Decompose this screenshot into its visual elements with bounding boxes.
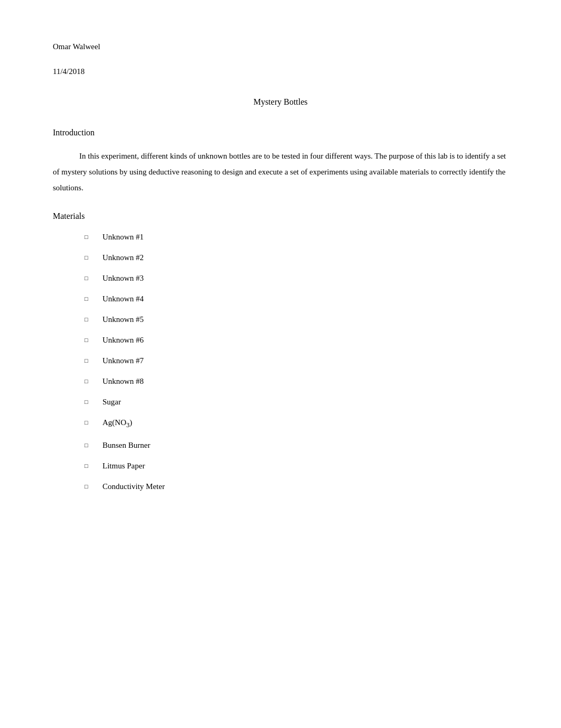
bullet-icon [85,336,95,345]
list-item: Ag(NO3) [85,417,508,430]
bullet-icon [85,418,95,427]
list-item: Unknown #6 [85,335,508,346]
list-item: Unknown #5 [85,314,508,325]
date: 11/4/2018 [53,67,508,76]
materials-list: Unknown #1 Unknown #2 Unknown #3 Unknown… [53,232,508,492]
author-line: Omar Walweel [53,42,508,51]
list-item: Unknown #2 [85,252,508,263]
introduction-heading: Introduction [53,128,508,137]
material-label: Sugar [102,397,121,408]
list-item: Unknown #3 [85,273,508,284]
bullet-icon [85,377,95,386]
date-line: 11/4/2018 [53,67,508,76]
material-label: Unknown #1 [102,232,144,243]
material-label: Ag(NO3) [102,417,132,430]
bullet-icon [85,253,95,262]
material-label: Unknown #2 [102,252,144,263]
material-label: Unknown #4 [102,293,144,305]
bullet-icon [85,356,95,365]
materials-section: Materials Unknown #1 Unknown #2 Unknown … [53,211,508,492]
bullet-icon [85,398,95,407]
list-item: Sugar [85,397,508,408]
introduction-section: Introduction In this experiment, differe… [53,128,508,196]
list-item: Bunsen Burner [85,440,508,451]
bullet-icon [85,233,95,242]
bullet-icon [85,315,95,324]
list-item: Conductivity Meter [85,481,508,492]
title-section: Mystery Bottles [53,97,508,107]
bullet-icon [85,441,95,450]
bullet-icon [85,482,95,491]
list-item: Unknown #8 [85,376,508,387]
list-item: Litmus Paper [85,460,508,472]
material-label: Bunsen Burner [102,440,150,451]
materials-heading: Materials [53,211,508,221]
introduction-paragraph: In this experiment, different kinds of u… [53,148,508,196]
material-label: Unknown #8 [102,376,144,387]
list-item: Unknown #4 [85,293,508,305]
author: Omar Walweel [53,42,508,51]
material-label: Unknown #6 [102,335,144,346]
material-label: Unknown #3 [102,273,144,284]
page-title: Mystery Bottles [53,97,508,107]
material-label: Litmus Paper [102,460,145,472]
bullet-icon [85,294,95,303]
material-label: Unknown #5 [102,314,144,325]
list-item: Unknown #1 [85,232,508,243]
bullet-icon [85,274,95,283]
material-label: Unknown #7 [102,355,144,366]
list-item: Unknown #7 [85,355,508,366]
material-label: Conductivity Meter [102,481,165,492]
bullet-icon [85,462,95,471]
